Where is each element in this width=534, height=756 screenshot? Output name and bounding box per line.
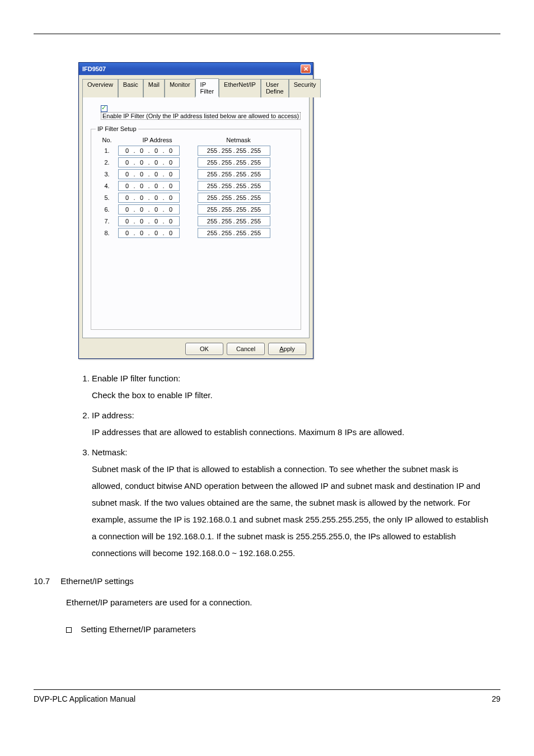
row-number: 1. [96,147,118,154]
section-title: Ethernet/IP settings [60,576,134,586]
enable-ip-filter-label: Enable IP Filter (Only the IP address li… [101,112,301,120]
list-item: IP address: IP addresses that are allowe… [92,407,489,441]
table-row: 8.0.0.0.0255.255.255.255 [96,228,296,238]
enable-ip-filter-checkbox[interactable] [101,105,107,112]
section-number: 10.7 [34,573,58,590]
col-header-ip: IP Address [118,137,196,143]
tab-strip: Overview Basic Mail Monitor IP Filter Et… [82,78,310,97]
dialog-title: IFD9507 [82,66,301,72]
netmask-input[interactable]: 255.255.255.255 [198,157,270,167]
table-row: 1.0.0.0.0255.255.255.255 [96,146,296,156]
netmask-input[interactable]: 255.255.255.255 [198,169,270,179]
table-row: 4.0.0.0.0255.255.255.255 [96,181,296,191]
netmask-input[interactable]: 255.255.255.255 [198,146,270,156]
item-body: IP addresses that are allowed to establi… [92,424,489,441]
square-bullet-icon [66,627,72,633]
ip-address-input[interactable]: 0.0.0.0 [118,193,180,203]
footer-left: DVP-PLC Application Manual [34,694,491,703]
tab-overview[interactable]: Overview [82,79,118,97]
item-title: Netmask: [92,447,127,457]
cancel-button[interactable]: Cancel [227,343,265,355]
netmask-input[interactable]: 255.255.255.255 [198,228,270,238]
ip-address-input[interactable]: 0.0.0.0 [118,181,180,191]
table-row: 3.0.0.0.0255.255.255.255 [96,169,296,179]
row-number: 3. [96,171,118,178]
footer-page-number: 29 [491,694,500,703]
netmask-input[interactable]: 255.255.255.255 [198,204,270,214]
dialog-titlebar[interactable]: IFD9507 ✕ [79,63,313,75]
row-number: 5. [96,194,118,201]
table-row: 6.0.0.0.0255.255.255.255 [96,204,296,214]
tab-basic[interactable]: Basic [118,79,143,97]
ip-address-input[interactable]: 0.0.0.0 [118,169,180,179]
netmask-input[interactable]: 255.255.255.255 [198,181,270,191]
table-row: 5.0.0.0.0255.255.255.255 [96,193,296,203]
ip-filter-setup-group: IP Filter Setup No. IP Address Netmask 1… [91,125,301,330]
row-number: 2. [96,159,118,166]
row-number: 8. [96,230,118,236]
tab-ip-filter[interactable]: IP Filter [195,78,219,97]
close-icon[interactable]: ✕ [301,64,311,73]
ifd9507-dialog: IFD9507 ✕ Overview Basic Mail Monitor IP… [78,62,313,359]
ip-address-input[interactable]: 0.0.0.0 [118,216,180,226]
ip-address-input[interactable]: 0.0.0.0 [118,204,180,214]
section-intro: Ethernet/IP parameters are used for a co… [66,594,500,611]
item-body: Check the box to enable IP filter. [92,387,489,404]
ip-address-input[interactable]: 0.0.0.0 [118,157,180,167]
table-row: 2.0.0.0.0255.255.255.255 [96,157,296,167]
bullet-item: Setting Ethernet/IP parameters [66,621,500,638]
ip-address-input[interactable]: 0.0.0.0 [118,146,180,156]
item-body: Subnet mask of the IP that is allowed to… [92,461,489,562]
row-number: 7. [96,218,118,225]
tab-user-define[interactable]: User Define [261,79,289,97]
row-number: 4. [96,183,118,189]
item-title: Enable IP filter function: [92,374,180,383]
page-footer: DVP-PLC Application Manual 29 [34,689,500,703]
col-header-no: No. [96,137,118,143]
table-row: 7.0.0.0.0255.255.255.255 [96,216,296,226]
tab-monitor[interactable]: Monitor [165,79,195,97]
list-item: Netmask: Subnet mask of the IP that is a… [92,444,489,562]
group-legend: IP Filter Setup [96,125,138,132]
ok-button[interactable]: OK [185,343,223,355]
apply-button[interactable]: Apply [268,343,306,355]
netmask-input[interactable]: 255.255.255.255 [198,216,270,226]
ip-address-input[interactable]: 0.0.0.0 [118,228,180,238]
row-number: 6. [96,206,118,213]
bullet-text: Setting Ethernet/IP parameters [81,624,196,634]
explanation-list: Enable IP filter function: Check the box… [78,370,489,562]
col-header-netmask: Netmask [196,137,280,143]
netmask-input[interactable]: 255.255.255.255 [198,193,270,203]
item-title: IP address: [92,410,134,420]
tab-mail[interactable]: Mail [143,79,165,97]
tab-security[interactable]: Security [289,79,321,97]
section-heading: 10.7 Ethernet/IP settings [34,573,500,590]
tab-ethernet-ip[interactable]: EtherNet/IP [219,79,261,97]
list-item: Enable IP filter function: Check the box… [92,370,489,404]
